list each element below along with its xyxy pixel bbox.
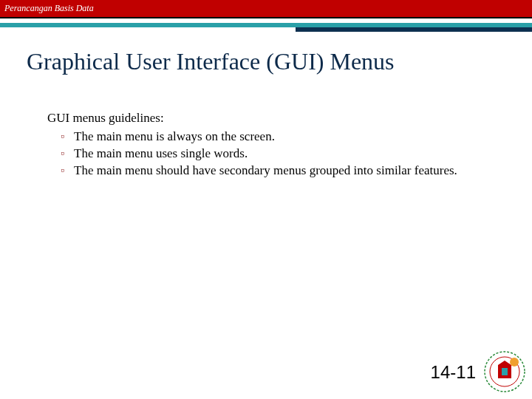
list-item: The main menu uses single words. [47,146,488,163]
svg-point-3 [510,358,519,366]
list-item: The main menu should have secondary menu… [47,163,488,180]
content-area: GUI menus guidelines: The main menu is a… [47,111,488,180]
page-number: 14-11 [431,362,476,383]
page-title: Graphical User Interface (GUI) Menus [27,48,532,75]
accent-stripes [0,23,532,35]
course-name: Perancangan Basis Data [4,3,94,14]
list-item: The main menu is always on the screen. [47,129,488,146]
subheading: GUI menus guidelines: [47,111,488,126]
header-bar: Perancangan Basis Data [0,0,532,18]
bullet-list: The main menu is always on the screen. T… [47,129,488,180]
svg-rect-2 [502,368,508,375]
accent-navy [296,27,532,32]
university-logo-icon [483,350,526,393]
